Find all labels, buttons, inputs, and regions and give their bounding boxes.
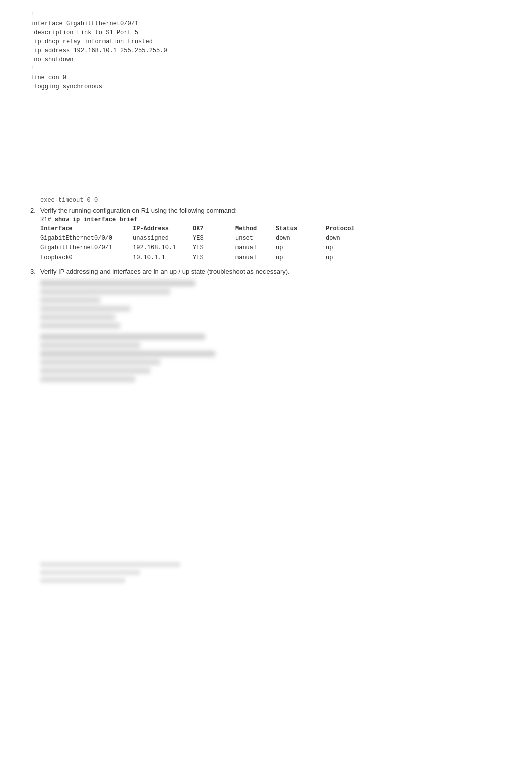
code-content: ! interface GigabitEthernet0/0/1 descrip…	[30, 10, 502, 91]
r1-prompt-line: R1# show ip interface brief	[40, 216, 502, 223]
r1-prompt: R1#	[40, 216, 55, 223]
col-method: Method	[235, 224, 276, 234]
step-2-text: Verify the running-configuration on R1 u…	[40, 207, 237, 214]
exec-timeout-line: exec-timeout 0 0	[30, 197, 502, 204]
step-3-text: Verify IP addressing and interfaces are …	[40, 268, 290, 275]
protocol-0: down	[326, 234, 366, 243]
show-ip-table: R1# show ip interface brief Interface IP…	[40, 216, 502, 263]
blurred-section-1	[40, 280, 502, 382]
ok-1: YES	[193, 243, 235, 253]
status-2: up	[276, 253, 326, 263]
top-code-section: ! interface GigabitEthernet0/0/1 descrip…	[30, 10, 502, 91]
step-2-item: 2. Verify the running-configuration on R…	[30, 207, 502, 263]
method-1: manual	[235, 243, 276, 253]
iface-2: Loopback0	[40, 253, 133, 263]
table-row: Loopback0 10.10.1.1 YES manual up up	[40, 253, 502, 263]
step-2-number: 2.	[30, 207, 40, 263]
iface-1: GigabitEthernet0/0/1	[40, 243, 133, 253]
iface-0: GigabitEthernet0/0/0	[40, 234, 133, 243]
step-3-item: 3. Verify IP addressing and interfaces a…	[30, 268, 502, 275]
status-0: down	[276, 234, 326, 243]
protocol-2: up	[326, 253, 366, 263]
col-ok: OK?	[193, 224, 235, 234]
col-ip: IP-Address	[133, 224, 193, 234]
ip-0: unassigned	[133, 234, 193, 243]
step-2-content: Verify the running-configuration on R1 u…	[40, 207, 502, 263]
ip-1: 192.168.10.1	[133, 243, 193, 253]
protocol-1: up	[326, 243, 366, 253]
step-3-content: Verify IP addressing and interfaces are …	[40, 268, 502, 275]
ok-0: YES	[193, 234, 235, 243]
method-0: unset	[235, 234, 276, 243]
ok-2: YES	[193, 253, 235, 263]
col-status: Status	[276, 224, 326, 234]
table-row: GigabitEthernet0/0/0 unassigned YES unse…	[40, 234, 502, 243]
col-interface: Interface	[40, 224, 133, 234]
status-1: up	[276, 243, 326, 253]
step-3-number: 3.	[30, 268, 40, 275]
interface-table: Interface IP-Address OK? Method Status P…	[40, 224, 502, 263]
show-command: show ip interface brief	[55, 216, 138, 223]
footer-blurred	[40, 562, 502, 583]
table-row: GigabitEthernet0/0/1 192.168.10.1 YES ma…	[40, 243, 502, 253]
table-header-row: Interface IP-Address OK? Method Status P…	[40, 224, 502, 234]
col-protocol: Protocol	[326, 224, 366, 234]
ip-2: 10.10.1.1	[133, 253, 193, 263]
method-2: manual	[235, 253, 276, 263]
